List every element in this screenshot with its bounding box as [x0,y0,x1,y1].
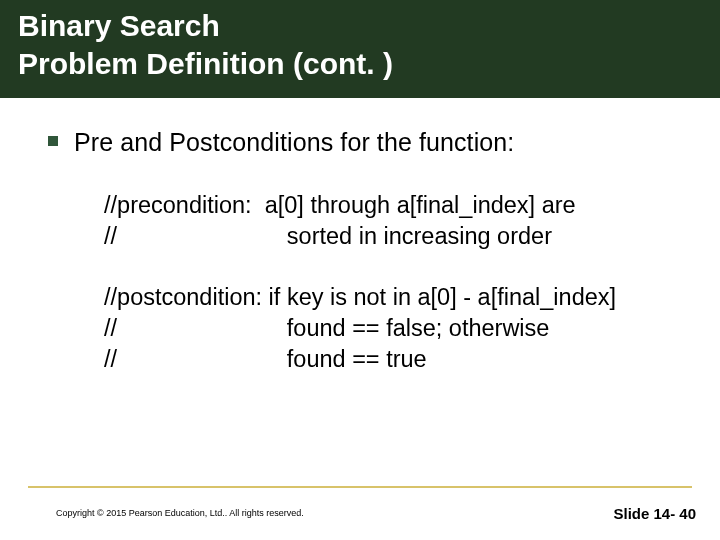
title-line-1: Binary Search [18,7,702,45]
slide-number: Slide 14- 40 [613,505,696,522]
postcondition-block: //postcondition: if key is not in a[0] -… [104,282,690,375]
slide: Binary Search Problem Definition (cont. … [0,0,720,540]
bullet-text: Pre and Postconditions for the function: [74,126,514,160]
square-bullet-icon [48,136,58,146]
copyright-text: Copyright © 2015 Pearson Education, Ltd.… [56,508,304,518]
postcondition-line-3: // found == true [104,344,690,375]
precondition-line-1: //precondition: a[0] through a[final_ind… [104,190,690,221]
footer-divider [28,486,692,488]
title-bar: Binary Search Problem Definition (cont. … [0,0,720,98]
precondition-line-2: // sorted in increasing order [104,221,690,252]
postcondition-line-2: // found == false; otherwise [104,313,690,344]
postcondition-line-1: //postcondition: if key is not in a[0] -… [104,282,690,313]
title-line-2: Problem Definition (cont. ) [18,45,702,83]
precondition-block: //precondition: a[0] through a[final_ind… [104,190,690,252]
slide-body: Pre and Postconditions for the function:… [0,98,720,375]
bullet-item: Pre and Postconditions for the function: [48,126,690,160]
